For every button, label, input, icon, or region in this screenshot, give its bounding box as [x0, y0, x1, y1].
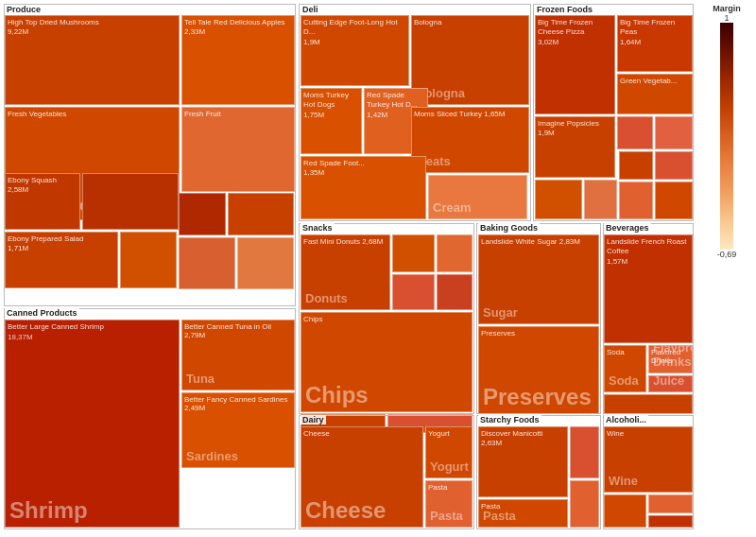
treemap-cell-snack4[interactable]	[392, 274, 435, 310]
treemap-cell-baking2[interactable]: PreservesPreserves	[478, 326, 599, 414]
treemap-cell-frozen3[interactable]: Green Vegetab...	[617, 74, 693, 114]
section-baking: Baking Goods	[478, 223, 540, 233]
chart-area: Produce Deli Frozen Foods Canned Product…	[0, 0, 699, 537]
treemap-cell-alc3[interactable]	[648, 494, 693, 513]
treemap-cell-frozen2[interactable]: Big Time Frozen Peas 1,64M	[617, 15, 693, 72]
treemap-cell-starchy4[interactable]	[570, 426, 599, 478]
legend-gradient	[720, 23, 733, 250]
treemap-cell-frozen6[interactable]	[655, 116, 693, 149]
treemap-cell-alc1[interactable]: WineWine	[604, 426, 693, 493]
treemap-cell-prod1[interactable]: High Top Dried Mushrooms 9,22M	[5, 15, 180, 105]
treemap-cell-frozen8[interactable]	[584, 180, 617, 219]
treemap-cell-can3[interactable]: Better Fancy Canned Sardines 2,49MSardin…	[181, 392, 295, 468]
treemap-cell-prod9[interactable]	[179, 193, 226, 235]
treemap-cell-prod6[interactable]	[82, 173, 179, 230]
section-alcoholic: Alcoholi...	[604, 415, 648, 424]
treemap-cell-frozen10[interactable]	[655, 151, 693, 180]
treemap-cell-dairy1[interactable]: CheeseCheese	[301, 426, 423, 528]
treemap-cell-prod10[interactable]	[228, 193, 294, 235]
treemap-cell-can1[interactable]: Better Large Canned Shrimp18,37MShrimp	[5, 320, 180, 528]
section-deli: Deli	[301, 5, 320, 14]
treemap-cell-baking1[interactable]: Landslide White Sugar 2,83MSugar	[478, 234, 599, 324]
treemap-cell-bev4[interactable]: Juice	[648, 375, 693, 392]
treemap-cell-deli8[interactable]: Cream	[428, 175, 527, 219]
treemap-cell-dairy2[interactable]: YogurtYogurt	[425, 426, 472, 478]
legend-title: Margin	[713, 4, 741, 13]
section-beverages: Beverages	[604, 223, 651, 233]
treemap-cell-dairy3[interactable]: PastaPasta	[425, 480, 472, 528]
treemap-cell-bev1[interactable]: Landslide French Roast Coffee 1,57M	[604, 234, 693, 343]
section-dairy: Dairy	[301, 415, 326, 424]
treemap-cell-frozen9[interactable]	[619, 151, 653, 180]
treemap-cell-prod11[interactable]	[179, 237, 235, 289]
section-canned: Canned Products	[5, 308, 79, 318]
section-frozen: Frozen Foods	[535, 5, 594, 14]
treemap-cell-deli7[interactable]: Red Spade Foot... 1,35M	[301, 156, 426, 219]
treemap-cell-prod5[interactable]: Ebony Squash 2,58M	[5, 173, 80, 230]
treemap-cell-deli3[interactable]: BolognaBologna	[411, 15, 529, 105]
treemap-cell-frozen7[interactable]	[535, 180, 582, 219]
legend-max: 1	[724, 13, 729, 23]
treemap-cell-bev3[interactable]: Flavored DrinksFlavored Drinks	[648, 345, 693, 373]
treemap-cell-snack3[interactable]	[437, 234, 472, 272]
treemap-cell-deli1[interactable]: Cutting Edge Foot-Long Hot D... 1,9M	[301, 15, 409, 86]
treemap-cell-snack2[interactable]	[392, 234, 435, 272]
treemap-cell-prod8[interactable]	[120, 232, 177, 288]
treemap-cell-bev5[interactable]	[604, 394, 693, 414]
treemap-cell-alc4[interactable]	[648, 515, 693, 528]
treemap: Produce Deli Frozen Foods Canned Product…	[4, 4, 694, 529]
legend-min: -0,69	[717, 250, 737, 259]
main-container: Produce Deli Frozen Foods Canned Product…	[0, 0, 756, 537]
treemap-cell-prod7[interactable]: Ebony Prepared Salad 1,71M	[5, 232, 118, 288]
treemap-cell-deli4[interactable]: Moms Turkey Hot Dogs 1,75M	[301, 88, 362, 154]
treemap-cell-starchy2[interactable]: Discover Manicotti 2,63M	[478, 426, 568, 497]
treemap-cell-frozen12[interactable]	[655, 182, 693, 219]
treemap-cell-bev2[interactable]: SodaSoda	[604, 345, 646, 392]
treemap-cell-frozen4[interactable]: Imagine Popsicles 1,9M	[535, 116, 615, 178]
treemap-cell-prod4[interactable]: Fresh Fruit	[181, 107, 295, 192]
section-starchy: Starchy Foods	[478, 415, 541, 424]
treemap-cell-deli6[interactable]: Moms Sliced Turkey 1,65MMeats	[411, 107, 529, 173]
treemap-cell-can2[interactable]: Better Canned Tuna in Oil 2,79MTuna	[181, 320, 295, 390]
treemap-cell-frozen11[interactable]	[619, 182, 653, 219]
legend: Margin 1 -0,69	[699, 0, 756, 537]
treemap-cell-prod2[interactable]: Tell Tale Red Delicious Apples 2,33M	[181, 15, 295, 105]
treemap-cell-snack5[interactable]	[437, 274, 472, 310]
treemap-cell-frozen5[interactable]	[617, 116, 653, 149]
treemap-cell-starchy5[interactable]	[570, 480, 599, 528]
treemap-cell-snack1[interactable]: Fast Mini Donuts 2,68MDonuts	[301, 234, 390, 310]
treemap-cell-frozen1[interactable]: Big Time Frozen Cheese Pizza 3,02M	[535, 15, 615, 114]
treemap-cell-prod12[interactable]	[237, 237, 294, 289]
treemap-cell-starchy3[interactable]: PastaPasta	[478, 499, 568, 528]
treemap-cell-alc2[interactable]	[604, 494, 646, 528]
section-produce: Produce	[5, 5, 43, 14]
treemap-cell-snack6[interactable]: ChipsChips	[301, 312, 472, 412]
section-snacks: Snacks	[301, 223, 335, 233]
